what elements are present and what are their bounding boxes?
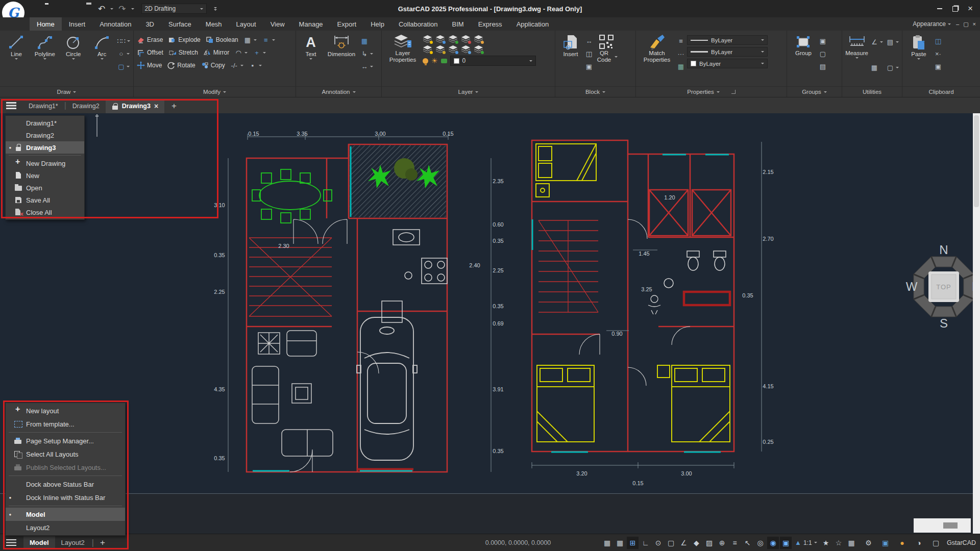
ribbon-restore-button[interactable]: ▢ bbox=[963, 21, 968, 28]
block-edit-button[interactable]: ↔ bbox=[585, 36, 593, 45]
menu-item-drawing1[interactable]: Drawing1* bbox=[6, 117, 84, 129]
modify-panel-label[interactable]: Modify bbox=[134, 86, 296, 97]
move-button[interactable]: Move bbox=[137, 61, 162, 69]
line-button[interactable]: Line bbox=[3, 33, 30, 86]
point-tools-button[interactable]: ∷∷ bbox=[117, 36, 130, 45]
display-monitor-icon[interactable]: ▣ bbox=[780, 537, 792, 549]
close-button[interactable]: × bbox=[963, 2, 978, 15]
open-folder-icon[interactable] bbox=[45, 5, 53, 13]
isolate-objects-icon[interactable]: ◎ bbox=[754, 537, 766, 549]
fillet-button[interactable]: ◠ bbox=[234, 49, 248, 56]
ribbon-tab-surface[interactable]: Surface bbox=[161, 17, 199, 31]
copy-clip-button[interactable]: ◫ bbox=[934, 36, 942, 45]
circle-button[interactable]: Circle bbox=[60, 33, 87, 86]
panel-launcher-icon[interactable] bbox=[731, 90, 736, 94]
qr-code-button[interactable]: QR Code bbox=[595, 33, 618, 86]
show-lineweight-icon[interactable]: ≡ bbox=[729, 537, 741, 549]
annotation-scale-control[interactable]: ▲1:1 bbox=[793, 539, 819, 546]
explode-button[interactable]: Explode bbox=[168, 36, 200, 44]
linetype-dropdown[interactable]: ByLayer bbox=[687, 35, 768, 45]
viewcube-south[interactable]: S bbox=[940, 316, 948, 331]
align-button[interactable]: ≡ bbox=[262, 37, 275, 43]
menu-item-close-all[interactable]: Close All bbox=[6, 206, 84, 218]
appearance-menu[interactable]: Appearance bbox=[913, 20, 951, 28]
ribbon-tab-insert[interactable]: Insert bbox=[62, 17, 93, 31]
layer-previous-icon[interactable] bbox=[474, 45, 483, 54]
ortho-mode-icon[interactable]: ∟ bbox=[640, 537, 651, 549]
layer-select-combo[interactable]: 0 bbox=[450, 56, 536, 66]
menu-item-drawing3[interactable]: ●Drawing3 bbox=[6, 141, 84, 154]
properties-panel-label[interactable]: Properties bbox=[636, 86, 787, 97]
measure-button[interactable]: Measure bbox=[845, 33, 868, 86]
doc-tabs-menu-icon[interactable] bbox=[6, 102, 16, 109]
annotation-panel-label[interactable]: Annotation bbox=[296, 86, 381, 97]
menu-item-new-layout[interactable]: New layout bbox=[6, 404, 125, 417]
layer-walk-icon[interactable] bbox=[461, 45, 471, 54]
cut-clip-button[interactable]: ×· bbox=[934, 49, 942, 58]
grid-display-icon[interactable]: ▦ bbox=[601, 537, 613, 549]
auto-annotation-icon[interactable]: ☆ bbox=[833, 537, 845, 549]
group-manager-button[interactable]: ▤ bbox=[819, 62, 827, 71]
layer-unlock-icon[interactable] bbox=[448, 45, 458, 54]
array-button[interactable]: ▦ bbox=[243, 37, 257, 43]
group-button[interactable]: Group bbox=[790, 33, 817, 86]
offset-button[interactable]: Offset bbox=[137, 48, 163, 57]
annotation-visibility-icon[interactable]: ★ bbox=[820, 537, 832, 549]
tab-drawing2[interactable]: Drawing2 bbox=[66, 99, 106, 113]
workspace-switcher[interactable]: 2D Drafting bbox=[141, 4, 207, 14]
menu-item-drawing2[interactable]: Drawing2 bbox=[6, 129, 84, 141]
utilities-panel-label[interactable]: Utilities bbox=[842, 86, 902, 97]
clipboard-panel-label[interactable]: Clipboard bbox=[902, 86, 980, 97]
clean-screen-icon[interactable]: ▢ bbox=[930, 537, 942, 549]
performance-icon[interactable]: ◑ bbox=[913, 537, 925, 549]
settings-icon[interactable]: ⚙ bbox=[863, 537, 874, 549]
menu-item-new[interactable]: New bbox=[6, 169, 84, 182]
tab-drawing3[interactable]: Drawing3 × bbox=[106, 99, 164, 113]
save-icon[interactable] bbox=[58, 5, 66, 13]
zoom-tool-icon[interactable]: ◉ bbox=[767, 537, 779, 549]
quick-select-button[interactable]: ▢ bbox=[886, 63, 899, 72]
color-dropdown[interactable]: ByLayer bbox=[687, 59, 768, 68]
ellipse-tools-button[interactable]: ○ bbox=[117, 49, 130, 58]
rotate-button[interactable]: Rotate bbox=[167, 61, 195, 69]
paste-button[interactable]: Paste bbox=[905, 33, 932, 86]
redo-icon[interactable]: ↷ bbox=[118, 5, 126, 13]
leader-button[interactable]: ↳ bbox=[360, 49, 373, 58]
angle-snap-icon[interactable]: ∠ bbox=[678, 537, 690, 549]
layer-freeze-icon[interactable]: ☀ bbox=[431, 57, 438, 64]
new-tab-button[interactable]: + bbox=[172, 101, 177, 111]
layer-freeze-icon[interactable] bbox=[461, 35, 471, 43]
break-button[interactable]: + bbox=[253, 49, 266, 56]
region-button[interactable]: ▪ bbox=[249, 62, 262, 69]
menu-item-save-all[interactable]: Save All bbox=[6, 194, 84, 206]
group-edit-button[interactable]: ▢ bbox=[819, 49, 827, 58]
suggestion-bulb-icon[interactable]: ● bbox=[896, 537, 908, 549]
arc-button[interactable]: Arc bbox=[89, 33, 115, 86]
block-define-button[interactable]: ▣ bbox=[585, 62, 593, 71]
menu-item-from-template[interactable]: From template... bbox=[6, 417, 125, 431]
copy-button[interactable]: Copy bbox=[201, 61, 225, 69]
ribbon-tab-layout[interactable]: Layout bbox=[229, 17, 263, 31]
ribbon-tab-help[interactable]: Help bbox=[363, 17, 391, 31]
layout-menu-icon[interactable] bbox=[6, 539, 16, 546]
layer-lock-icon[interactable] bbox=[435, 45, 445, 54]
hatch-display-icon[interactable]: ▨ bbox=[703, 537, 715, 549]
object-snap-icon[interactable]: ▢ bbox=[665, 537, 677, 549]
tab-close-icon[interactable]: × bbox=[154, 102, 158, 110]
snap-settings-icon[interactable]: ⊞ bbox=[627, 537, 639, 549]
menu-item-model[interactable]: ●Model bbox=[6, 508, 125, 521]
ribbon-tab-export[interactable]: Export bbox=[330, 17, 364, 31]
grid-snap-icon[interactable]: ▦ bbox=[614, 537, 626, 549]
ribbon-tab-bim[interactable]: BIM bbox=[445, 17, 471, 31]
erase-button[interactable]: Erase bbox=[137, 36, 163, 44]
toolbar-collapse-icon[interactable] bbox=[214, 7, 217, 11]
vertical-scrollbar[interactable] bbox=[973, 113, 980, 517]
dynamic-input-icon[interactable]: ⊕ bbox=[716, 537, 728, 549]
menu-item-open[interactable]: Open bbox=[6, 182, 84, 194]
ribbon-tab-home[interactable]: Home bbox=[30, 17, 62, 31]
unlock-icon[interactable]: ▣ bbox=[879, 537, 891, 549]
layer-unisolate-icon[interactable] bbox=[448, 35, 458, 43]
viewcube-top-face[interactable]: TOP bbox=[936, 283, 951, 291]
table-button[interactable]: ▦ bbox=[360, 36, 373, 45]
plot-icon[interactable] bbox=[85, 5, 93, 13]
